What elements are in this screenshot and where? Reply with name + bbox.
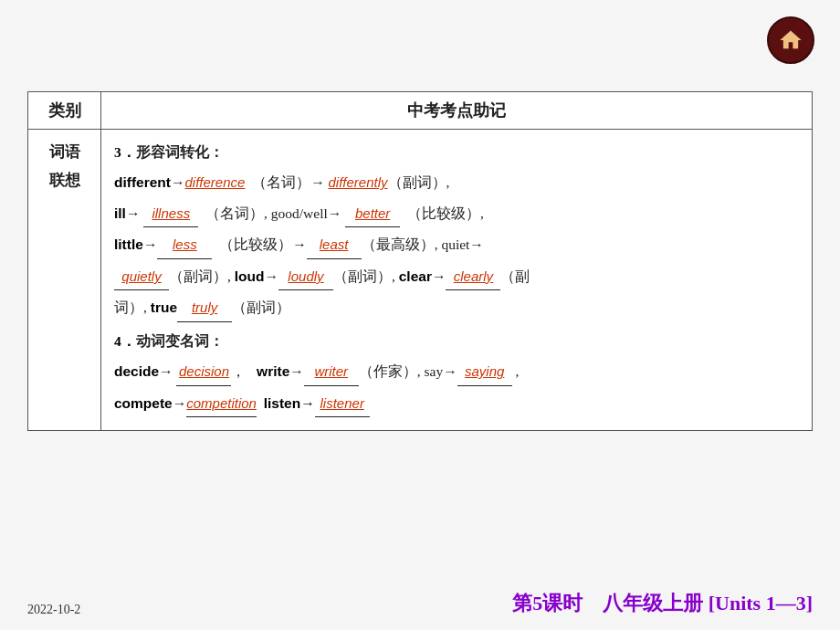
header-category: 类别 [28, 92, 101, 130]
section4-line1: decide→ decision， write→writer（作家）, say→… [114, 358, 799, 386]
main-table-wrapper: 类别 中考考点助记 词语联想 3．形容词转化： differen [27, 91, 813, 431]
table-header-row: 类别 中考考点助记 [28, 92, 813, 130]
header-main: 中考考点助记 [101, 92, 813, 130]
section3-heading: 3．形容词转化： [114, 139, 799, 165]
home-icon [778, 27, 803, 53]
table-content-row: 词语联想 3．形容词转化： different→difference （名词）→… [28, 130, 813, 431]
main-table: 类别 中考考点助记 词语联想 3．形容词转化： differen [27, 91, 813, 431]
section3-line3: little→less （比较级）→least（最高级）, quiet→ [114, 231, 799, 259]
footer: 2022-10-2 第5课时 八年级上册 [Units 1—3] [0, 590, 840, 617]
section4-line2: compete→competition listen→listener [114, 390, 799, 418]
section3-line2: ill→ illness （名词）, good/well→ better （比较… [114, 200, 799, 228]
content-cell: 3．形容词转化： different→difference （名词）→ diff… [101, 130, 813, 431]
section3-line5: 词）, truetruly（副词） [114, 294, 799, 322]
footer-title: 第5课时 八年级上册 [Units 1—3] [512, 590, 813, 617]
section3-line1: different→difference （名词）→ differently（副… [114, 169, 799, 196]
slide-area: 类别 中考考点助记 词语联想 3．形容词转化： differen [0, 0, 840, 630]
footer-date: 2022-10-2 [27, 603, 80, 617]
section3-line4: quietly（副词）, loud→loudly（副词）, clear→clea… [114, 263, 799, 291]
section4-heading: 4．动词变名词： [114, 328, 799, 354]
category-cell: 词语联想 [28, 130, 101, 431]
home-button[interactable] [767, 16, 814, 64]
